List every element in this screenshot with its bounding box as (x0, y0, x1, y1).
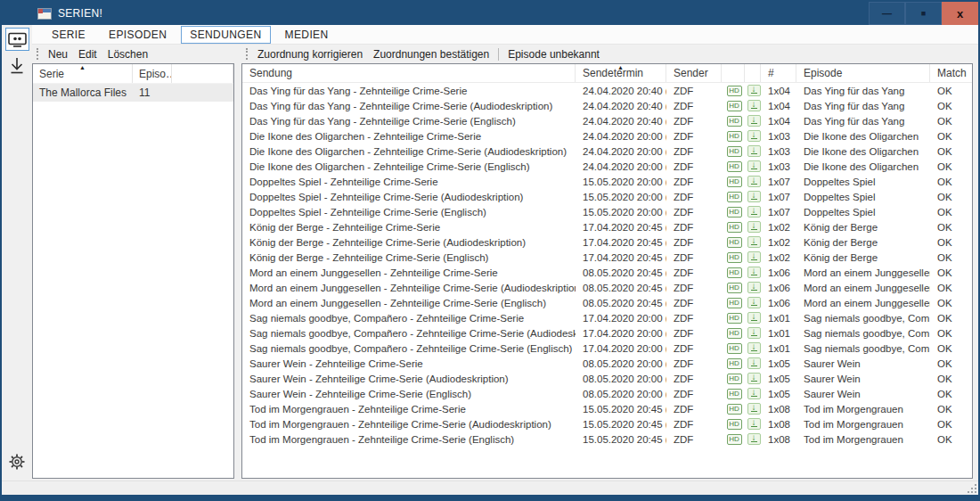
cell-match: OK (930, 343, 972, 354)
sendung-row[interactable]: König der Berge - Zehnteilige Crime-Seri… (242, 234, 972, 250)
cell-sendung: Saurer Wein - Zehnteilige Crime-Serie (242, 358, 576, 369)
panel-splitter[interactable] (234, 45, 241, 480)
cell-hd: HD (722, 116, 745, 127)
minimize-button[interactable]: — (869, 2, 905, 25)
column-header-sendung[interactable]: Sendung (242, 64, 576, 82)
cell-episode-number: 1x07 (761, 192, 796, 202)
sendung-row[interactable]: Das Ying für das Yang - Zehnteilige Crim… (242, 98, 972, 113)
cell-hd: HD (722, 267, 745, 278)
sendung-row[interactable]: Saurer Wein - Zehnteilige Crime-Serie08.… (242, 356, 972, 371)
toolbar-button-edit[interactable]: Edit (73, 46, 102, 62)
menu-item-medien[interactable]: MEDIEN (276, 26, 338, 44)
cell-sendung: Sag niemals goodbye, Compañero - Zehntei… (242, 313, 576, 324)
sendung-row[interactable]: Sag niemals goodbye, Compañero - Zehntei… (242, 325, 972, 341)
cell-download: ↓ (745, 342, 761, 354)
maximize-button[interactable]: ■ (905, 2, 942, 25)
download-arrow: ↓ (748, 130, 760, 140)
hd-badge: HD (727, 343, 742, 354)
sendung-row[interactable]: Tod im Morgengrauen - Zehnteilige Crime-… (242, 416, 972, 431)
sendung-row[interactable]: Tod im Morgengrauen - Zehnteilige Crime-… (242, 431, 972, 447)
cell-match: OK (930, 313, 972, 324)
column-header-blank[interactable] (722, 64, 745, 82)
cell-hd: HD (722, 86, 745, 96)
settings-button[interactable] (5, 450, 29, 473)
download-arrow: ↓ (748, 176, 760, 185)
sendung-row[interactable]: König der Berge - Zehnteilige Crime-Seri… (242, 219, 972, 234)
sendung-row[interactable]: Doppeltes Spiel - Zehnteilige Crime-Seri… (242, 189, 972, 204)
menu-item-episoden[interactable]: EPISODEN (100, 26, 176, 44)
sendung-row[interactable]: Tod im Morgengrauen - Zehnteilige Crime-… (242, 401, 972, 416)
serie-row[interactable]: The Mallorca Files11 (33, 84, 233, 102)
cell-download: ↓ (745, 403, 761, 415)
cell-sendetermin: 17.04.2020 20:45 (… (576, 222, 666, 233)
cell-download: ↓ (745, 191, 761, 202)
sendung-row[interactable]: König der Berge - Zehnteilige Crime-Seri… (242, 250, 972, 265)
column-header-episo[interactable]: Episo… (133, 64, 172, 83)
sendung-row[interactable]: Saurer Wein - Zehnteilige Crime-Serie (E… (242, 386, 972, 401)
toolbar-button-zuordnungen-best-tigen[interactable]: Zuordnungen bestätigen (368, 46, 494, 62)
cell-sendung: Tod im Morgengrauen - Zehnteilige Crime-… (242, 404, 576, 415)
sendung-row[interactable]: Sag niemals goodbye, Compañero - Zehntei… (242, 341, 972, 356)
sendung-row[interactable]: Mord an einem Junggesellen - Zehnteilige… (242, 295, 972, 310)
cell-sender: ZDF (666, 434, 722, 445)
column-header-blank[interactable]: # (761, 64, 796, 82)
download-icon: ↓ (747, 130, 761, 142)
cell-episode: Sag niemals goodbye, Com… (796, 328, 930, 339)
toolbar-button-neu[interactable]: Neu (43, 46, 73, 62)
sendung-row[interactable]: Die Ikone des Oligarchen - Zehnteilige C… (242, 144, 972, 159)
column-header-blank[interactable] (745, 64, 761, 82)
sendung-row[interactable]: Sag niemals goodbye, Compañero - Zehntei… (242, 310, 972, 325)
download-icon (9, 57, 25, 77)
menu-item-sendungen[interactable]: SENDUNGEN (181, 26, 270, 44)
cell-sender: ZDF (666, 328, 722, 339)
cell-episode: Mord an einem Junggesellen (796, 283, 930, 293)
cell-episode: Sag niemals goodbye, Com… (796, 343, 930, 354)
sendung-row[interactable]: Das Ying für das Yang - Zehnteilige Crim… (242, 83, 972, 98)
sendung-row[interactable]: Die Ikone des Oligarchen - Zehnteilige C… (242, 159, 972, 174)
cell-episode: Das Ying für das Yang (796, 86, 930, 96)
toolbar-button-zuordnung-korrigieren[interactable]: Zuordnung korrigieren (252, 46, 368, 62)
cell-download: ↓ (745, 297, 761, 308)
download-icon: ↓ (747, 206, 761, 218)
cell-episode-number: 1x06 (761, 283, 796, 293)
cell-episode-number: 1x05 (761, 358, 796, 369)
column-header-sender[interactable]: Sender (666, 64, 722, 82)
cell-hd: HD (722, 298, 745, 308)
cell-hd: HD (722, 358, 745, 369)
toolbar-button-episode-unbekannt[interactable]: Episode unbekannt (502, 46, 605, 62)
menu-item-serie[interactable]: SERIE (43, 26, 94, 44)
column-header-sendetermin[interactable]: Sendetermin▲ (576, 64, 666, 82)
column-header-blank[interactable] (172, 64, 233, 83)
app-icon (37, 8, 52, 20)
toolbar-button-l-schen[interactable]: Löschen (102, 46, 153, 62)
cell-episode: Mord an einem Junggesellen (796, 267, 930, 278)
sendung-row[interactable]: Die Ikone des Oligarchen - Zehnteilige C… (242, 128, 972, 144)
hd-badge: HD (727, 374, 742, 384)
column-header-match[interactable]: Match (930, 64, 972, 82)
rail-button-sendungen[interactable] (5, 28, 29, 51)
hd-badge: HD (727, 146, 742, 157)
sendungen-table-body: Das Ying für das Yang - Zehnteilige Crim… (242, 83, 972, 447)
close-button[interactable]: x (942, 2, 978, 25)
sendung-row[interactable]: Mord an einem Junggesellen - Zehnteilige… (242, 265, 972, 280)
sendung-row[interactable]: Saurer Wein - Zehnteilige Crime-Serie (A… (242, 371, 972, 386)
cell-sendung: Das Ying für das Yang - Zehnteilige Crim… (242, 116, 576, 127)
download-arrow: ↓ (748, 357, 760, 367)
sendung-row[interactable]: Doppeltes Spiel - Zehnteilige Crime-Seri… (242, 204, 972, 219)
app-body: SERIEEPISODENSENDUNGENMEDIEN NeuEditLösc… (2, 25, 978, 480)
download-arrow: ↓ (748, 403, 760, 413)
sendung-row[interactable]: Das Ying für das Yang - Zehnteilige Crim… (242, 113, 972, 128)
sendung-row[interactable]: Mord an einem Junggesellen - Zehnteilige… (242, 280, 972, 295)
download-icon: ↓ (747, 357, 761, 369)
column-header-serie[interactable]: Serie▲ (33, 64, 133, 83)
toolbar-grip[interactable] (246, 48, 248, 60)
cell-sendetermin: 24.04.2020 20:40 (… (576, 116, 666, 127)
column-header-episode[interactable]: Episode (796, 64, 930, 82)
sendung-row[interactable]: Doppeltes Spiel - Zehnteilige Crime-Seri… (242, 174, 972, 189)
rail-button-downloads[interactable] (5, 55, 29, 78)
resize-grip[interactable] (968, 484, 977, 494)
toolbar-grip[interactable] (37, 48, 38, 60)
hd-badge: HD (727, 222, 742, 233)
cell-episode: Saurer Wein (796, 358, 930, 369)
cell-match: OK (930, 434, 972, 445)
